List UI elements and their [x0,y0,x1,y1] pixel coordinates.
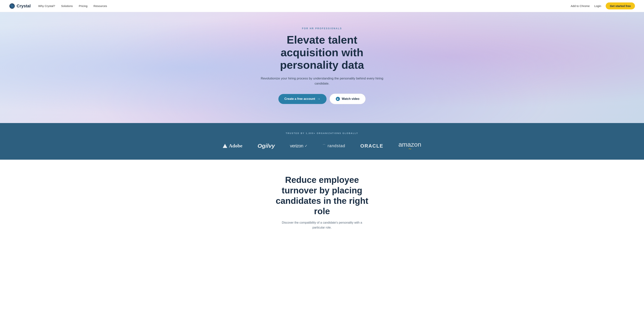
nav-link-why-crystal[interactable]: Why Crystal? [38,4,55,8]
adobe-logo: Adobe [223,143,242,149]
svg-point-6 [13,7,14,8]
hero-subtitle: Revolutionize your hiring process by und… [258,76,386,86]
nav-links: Why Crystal? Solutions Pricing Resources [38,4,107,8]
verizon-logo: verizon ✓ [290,143,307,148]
ogilvy-logo: Ogilvy [258,143,275,149]
ogilvy-name: Ogilvy [258,143,275,149]
nav-link-resources[interactable]: Resources [94,4,107,8]
svg-point-5 [11,7,11,7]
create-account-button[interactable]: Create a free account → [278,94,326,104]
hero-content: FOR HR PROFESSIONALS Elevate talent acqu… [258,27,386,104]
reduce-section-subtitle: Discover the compatibility of a candidat… [277,220,367,230]
nav-right: Add to Chrome Login Get started free [571,2,635,10]
hero-buttons: Create a free account → ▶ Watch video [258,94,386,104]
randstad-squiggle: ⌒ [322,144,326,148]
nav-item-solutions[interactable]: Solutions [61,4,73,8]
svg-point-2 [11,5,13,7]
amazon-smile-icon: 〜 [408,148,412,150]
reduce-section-title: Reduce employee turnover by placing cand… [269,175,375,216]
play-icon: ▶ [336,97,340,101]
hero-eyebrow: FOR HR PROFESSIONALS [258,27,386,30]
svg-point-4 [13,4,14,5]
svg-point-3 [10,4,11,5]
navbar: Crystal Why Crystal? Solutions Pricing R… [0,0,644,12]
trusted-label: TRUSTED BY 1,000+ ORGANIZATIONS GLOBALLY [286,132,358,134]
login-link[interactable]: Login [594,4,601,8]
nav-left: Crystal Why Crystal? Solutions Pricing R… [9,3,107,9]
nav-item-resources[interactable]: Resources [94,4,107,8]
trusted-band: TRUSTED BY 1,000+ ORGANIZATIONS GLOBALLY… [0,123,644,160]
logo-row: Adobe Ogilvy verizon ✓ ⌒ randstad ORACLE… [8,141,636,150]
nav-item-pricing[interactable]: Pricing [79,4,88,8]
get-started-button[interactable]: Get started free [606,2,635,10]
add-to-chrome-link[interactable]: Add to Chrome [571,4,590,8]
logo[interactable]: Crystal [9,3,31,9]
adobe-triangle-icon [223,144,227,148]
amazon-logo: amazon 〜 [398,141,421,150]
hero-title: Elevate talent acquisition with personal… [258,34,386,71]
randstad-logo: ⌒ randstad [322,144,345,148]
nav-link-pricing[interactable]: Pricing [79,4,88,8]
nav-item-why-crystal[interactable]: Why Crystal? [38,4,55,8]
arrow-icon: → [317,97,320,101]
adobe-name: Adobe [229,143,242,149]
verizon-name: verizon [290,143,303,148]
logo-text: Crystal [16,4,31,8]
randstad-name: randstad [328,144,345,148]
crystal-logo-icon [9,3,15,9]
verizon-check-icon: ✓ [305,144,307,148]
amazon-name: amazon [398,141,421,148]
watch-video-label: Watch video [342,97,360,100]
reduce-section: Reduce employee turnover by placing cand… [0,160,644,241]
watch-video-button[interactable]: ▶ Watch video [330,94,366,104]
nav-link-solutions[interactable]: Solutions [61,4,73,8]
hero-section: FOR HR PROFESSIONALS Elevate talent acqu… [0,12,644,123]
oracle-logo: ORACLE [360,143,383,149]
create-account-label: Create a free account [284,97,315,100]
oracle-name: ORACLE [360,143,383,149]
